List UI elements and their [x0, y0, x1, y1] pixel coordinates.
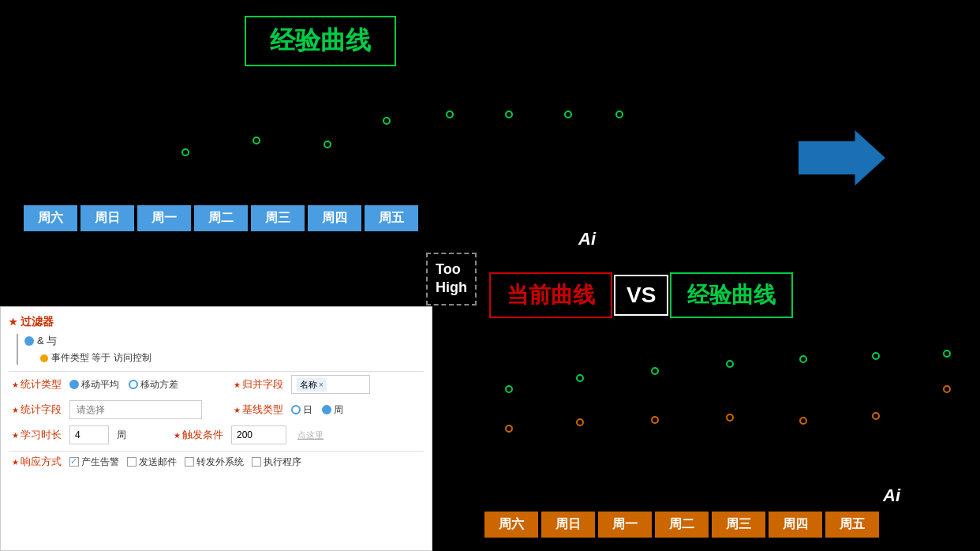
tree-child-node: 事件类型 等于 访问控制 — [40, 351, 424, 365]
baseline-type-radio[interactable]: 日 周 — [291, 403, 343, 417]
stat-field-label: 统计字段 — [12, 403, 62, 417]
bottom-scatter-dot-orange — [799, 417, 807, 425]
learn-length-label: 学习时长 — [12, 428, 62, 442]
day-labels-bottom: 周六 周日 周一 周二 周三 周四 周五 — [484, 512, 879, 538]
blue-arrow-right — [799, 130, 885, 186]
base-field-tag: 名称 × — [297, 378, 327, 392]
stat-type-radio-group[interactable]: 移动平均 移动方差 — [69, 378, 178, 392]
vs-box: VS — [614, 275, 668, 316]
bottom-scatter-dot-orange — [505, 425, 513, 433]
stat-type-label: 统计类型 — [12, 377, 62, 392]
day-label-bot-thu: 周四 — [769, 512, 822, 538]
bottom-scatter-dot-orange — [576, 418, 584, 426]
radio-week-circle — [322, 405, 331, 414]
bottom-scatter-dot-green — [943, 350, 951, 358]
radio-moving-avg[interactable]: 移动平均 — [69, 378, 119, 392]
bottom-scatter-dot-green — [872, 352, 880, 360]
learn-length-input[interactable] — [69, 425, 109, 444]
bottom-scatter-dot-green — [576, 374, 584, 382]
checkbox-exec-box — [252, 457, 261, 467]
trigger-label: 触发条件 — [174, 428, 223, 442]
filter-panel: 过滤器 & 与 事件类型 等于 访问控制 统计类型 移动平均 移动方差 归并字段 — [0, 306, 432, 551]
too-high-label: TooHigh — [426, 253, 477, 305]
stat-type-row: 统计类型 移动平均 移动方差 归并字段 名称 × — [9, 375, 424, 394]
bottom-scatter-chart — [485, 339, 974, 497]
bottom-scatter-dot-green — [726, 360, 734, 368]
tree-root-node: & 与 — [24, 334, 424, 348]
response-label: 响应方式 — [12, 455, 62, 469]
base-field-label: 归并字段 — [234, 377, 283, 392]
response-row: 响应方式 产生告警 发送邮件 转发外系统 执行程序 — [9, 455, 424, 469]
stat-field-input[interactable] — [69, 400, 202, 419]
ai-label-bottom: Ai — [883, 485, 900, 506]
tree-dot — [24, 336, 34, 346]
radio-moving-var[interactable]: 移动方差 — [129, 378, 178, 392]
bottom-scatter-dot-green — [505, 385, 513, 393]
top-scatter-dot — [564, 111, 572, 118]
checkbox-email-box — [127, 457, 137, 467]
base-field-tag-input[interactable]: 名称 × — [291, 375, 370, 394]
day-label-sun: 周日 — [80, 205, 134, 231]
filter-title: 过滤器 — [9, 315, 424, 329]
filter-tree: & 与 事件类型 等于 访问控制 — [17, 334, 424, 365]
checkbox-forward-box — [185, 457, 194, 467]
radio-day-circle — [291, 405, 301, 414]
vs-title-row: 当前曲线 VS 经验曲线 — [489, 272, 793, 326]
top-scatter-dot — [446, 111, 454, 118]
top-scatter-chart — [24, 32, 686, 221]
bottom-scatter-dot-green — [799, 355, 807, 363]
checkbox-exec[interactable]: 执行程序 — [252, 455, 301, 469]
top-scatter-dot — [615, 111, 623, 118]
trigger-more-link[interactable]: 点这里 — [297, 429, 324, 441]
radio-moving-var-circle — [129, 380, 138, 389]
day-label-mon: 周一 — [137, 205, 191, 231]
radio-week[interactable]: 周 — [322, 403, 343, 417]
checkbox-alarm-box — [69, 457, 79, 467]
ai-label-top: Ai — [578, 229, 596, 249]
day-labels-top: 周六 周日 周一 周二 周三 周四 周五 — [24, 205, 421, 231]
week-unit: 周 — [117, 429, 126, 442]
tag-close-icon[interactable]: × — [319, 380, 324, 389]
day-label-sat: 周六 — [24, 205, 77, 231]
tree-child-dot — [40, 354, 48, 362]
day-label-bot-mon: 周一 — [598, 512, 652, 538]
tree-root-label: & 与 — [37, 334, 57, 348]
bottom-scatter-dot-orange — [651, 416, 659, 424]
bottom-scatter-dot-orange — [726, 414, 734, 422]
stat-field-row: 统计字段 基线类型 日 周 — [9, 400, 424, 419]
day-label-tue: 周二 — [194, 205, 248, 231]
current-curve-box: 当前曲线 — [489, 272, 612, 318]
top-scatter-dot — [252, 137, 260, 144]
day-label-thu: 周四 — [308, 205, 361, 231]
learn-length-row: 学习时长 周 触发条件 点这里 — [9, 425, 424, 444]
day-label-bot-tue: 周二 — [655, 512, 709, 538]
day-label-bot-fri: 周五 — [825, 512, 879, 538]
top-scatter-dot — [181, 148, 189, 156]
radio-day[interactable]: 日 — [291, 403, 312, 417]
day-label-bot-sun: 周日 — [541, 512, 595, 538]
baseline-type-label: 基线类型 — [234, 403, 283, 417]
checkbox-forward[interactable]: 转发外系统 — [185, 455, 244, 469]
radio-moving-avg-circle — [69, 380, 79, 389]
checkbox-alarm[interactable]: 产生告警 — [69, 455, 119, 469]
trigger-input[interactable] — [231, 425, 286, 444]
response-checkbox-group: 产生告警 发送邮件 转发外系统 执行程序 — [69, 455, 301, 469]
bottom-scatter-dot-orange — [943, 385, 951, 393]
top-scatter-dot — [324, 141, 331, 148]
top-scatter-dot — [505, 111, 513, 118]
bottom-scatter-dot-green — [651, 367, 659, 375]
day-label-wed: 周三 — [251, 205, 305, 231]
tree-child-label: 事件类型 等于 访问控制 — [51, 351, 151, 365]
exp-curve-box: 经验曲线 — [670, 272, 793, 318]
day-label-bot-sat: 周六 — [484, 512, 538, 538]
day-label-bot-wed: 周三 — [712, 512, 765, 538]
top-scatter-dot — [383, 117, 391, 125]
checkbox-email[interactable]: 发送邮件 — [127, 455, 177, 469]
day-label-fri: 周五 — [365, 205, 418, 231]
bottom-scatter-dot-orange — [872, 412, 880, 420]
